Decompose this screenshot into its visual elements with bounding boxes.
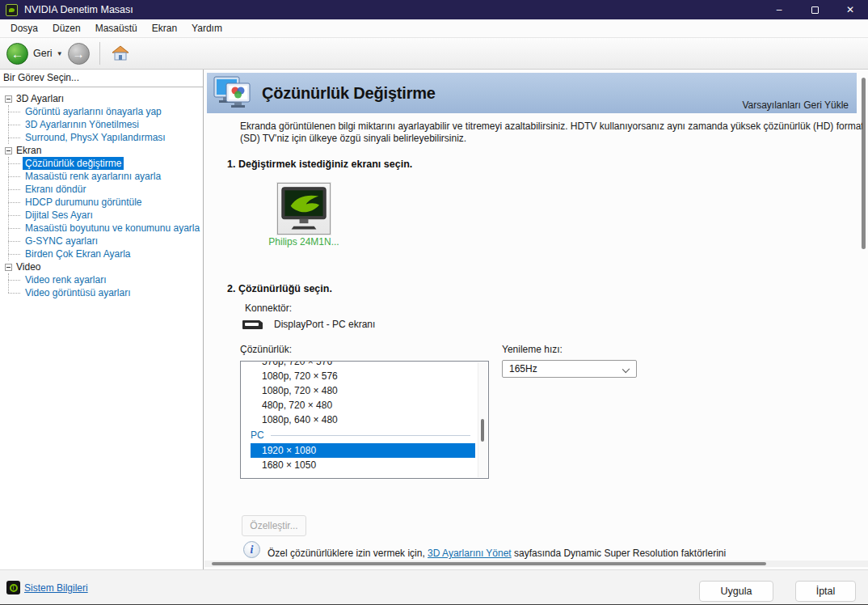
tree-item-label: Surround, PhysX Yapılandırması	[23, 131, 168, 144]
resolution-list-scrollbar[interactable]	[478, 362, 487, 477]
tree-children: Görüntü ayarlarını önayarla yap3D Ayarla…	[0, 105, 203, 144]
menu-item-d-zen[interactable]: Düzen	[45, 21, 88, 36]
description-line1: Ekranda görüntülenen bilgi miktarını aya…	[240, 121, 862, 133]
manage-3d-settings-link[interactable]: 3D Ayarlarını Yönet	[428, 548, 512, 559]
tree-item-birden-ok-ekran-ayarla[interactable]: Birden Çok Ekran Ayarla	[0, 248, 203, 260]
chevron-down-icon	[622, 366, 630, 373]
refresh-rate-dropdown[interactable]: 165Hz	[502, 360, 637, 378]
title-bar: NVIDIA Denetim Masası – ✕	[0, 0, 868, 19]
resolution-listbox[interactable]: 576p, 720 × 5761080p, 720 × 5761080p, 72…	[240, 361, 489, 479]
description-line2: (SD) TV'niz için ülkeye özgü sinyali bel…	[240, 133, 862, 145]
cancel-button[interactable]: İptal	[795, 581, 856, 602]
info-icon: i	[243, 541, 260, 558]
minimize-button[interactable]: –	[761, 0, 797, 19]
horizontal-scrollbar-thumb[interactable]	[212, 562, 766, 565]
tree-item-3d-ayarlar-n-n-y-netilmesi[interactable]: 3D Ayarlarının Yönetilmesi	[0, 118, 203, 131]
tree-group-video[interactable]: Video	[0, 260, 40, 273]
tree-item-masa-st-renk-ayarlar-n-ayarla[interactable]: Masaüstü renk ayarlarını ayarla	[0, 170, 203, 183]
resolution-option-1920-1080[interactable]: 1920 × 1080	[251, 443, 475, 458]
tree-group-label: Video	[16, 261, 40, 273]
back-dropdown-caret-icon[interactable]: ▼	[57, 50, 63, 57]
forward-icon: →	[73, 48, 85, 60]
page-title: Çözünürlük Değiştirme	[262, 84, 436, 103]
home-button[interactable]	[108, 41, 133, 66]
tree-item-label: 3D Ayarlarının Yönetilmesi	[23, 118, 141, 131]
resolution-list-scrollbar-thumb[interactable]	[481, 419, 484, 442]
resolution-page-icon	[213, 76, 252, 110]
tree-children: Video renk ayarlarıVideo görüntüsü ayarl…	[0, 273, 203, 299]
resolution-option-1080p-720-576[interactable]: 1080p, 720 × 576	[251, 369, 475, 383]
info-text-prefix: Özel çözünürlüklere izin vermek için,	[268, 548, 428, 559]
tree-group-label: Ekran	[16, 145, 41, 156]
tree-group-ekran[interactable]: Ekran	[0, 144, 41, 157]
customize-button[interactable]: Özelleştir...	[242, 515, 306, 536]
tree-item-video-renk-ayarlar[interactable]: Video renk ayarları	[0, 273, 203, 286]
maximize-icon	[811, 6, 819, 14]
toolbar: ← Geri ▼ →	[0, 37, 868, 70]
tree-item-video-g-r-nt-s-ayarlar[interactable]: Video görüntüsü ayarları	[0, 286, 203, 299]
tree-item-g-r-nt-ayarlar-n-nayarla-yap[interactable]: Görüntü ayarlarını önayarla yap	[0, 105, 203, 118]
refresh-rate-value: 165Hz	[509, 363, 537, 374]
display-tile[interactable]	[277, 183, 331, 235]
back-button-label: Geri	[33, 48, 53, 59]
forward-button[interactable]: →	[68, 43, 90, 65]
horizontal-scrollbar[interactable]	[204, 561, 868, 567]
tree-item-label: Birden Çok Ekran Ayarla	[23, 248, 133, 260]
tree-item-label: G-SYNC ayarları	[23, 235, 100, 248]
restore-defaults-button[interactable]: Varsayılanları Geri Yükle	[742, 99, 849, 111]
collapse-icon[interactable]	[5, 147, 12, 154]
nvidia-app-icon	[6, 4, 18, 16]
tree-group-label: 3D Ayarları	[16, 93, 64, 104]
bottom-bar: i Sistem Bilgileri Uygula İptal	[0, 569, 868, 605]
tree-item-label: Masaüstü boyutunu ve konumunu ayarla	[23, 222, 202, 235]
tree-item-ekran-d-nd-r[interactable]: Ekranı döndür	[0, 183, 203, 196]
tree-item-label: Video görüntüsü ayarları	[23, 286, 133, 299]
collapse-icon[interactable]	[5, 264, 12, 271]
resolution-option-1680-1050[interactable]: 1680 × 1050	[251, 458, 475, 472]
tree-item-label: Masaüstü renk ayarlarını ayarla	[23, 170, 163, 183]
tree-item-dijital-ses-ayar[interactable]: Dijital Ses Ayarı	[0, 209, 203, 222]
info-text-suffix: sayfasında Dynamic Super Resolution fakt…	[512, 548, 726, 559]
resolution-option-576p-720-576[interactable]: 576p, 720 × 576	[251, 361, 475, 369]
task-sidebar: Bir Görev Seçin... 3D AyarlarıGörüntü ay…	[0, 70, 204, 569]
resolution-list-items: 576p, 720 × 5761080p, 720 × 5761080p, 72…	[241, 361, 475, 472]
tree-item-hdcp-durumunu-g-r-nt-le[interactable]: HDCP durumunu görüntüle	[0, 196, 203, 209]
resolution-group-label: PC	[251, 429, 264, 441]
vertical-scrollbar-thumb[interactable]	[862, 78, 866, 249]
vertical-scrollbar[interactable]	[861, 74, 866, 565]
tree-item-label: Dijital Ses Ayarı	[23, 209, 95, 222]
page-banner: Çözünürlük Değiştirme Varsayılanları Ger…	[207, 73, 857, 113]
window-title: NVIDIA Denetim Masası	[24, 4, 761, 15]
close-button[interactable]: ✕	[832, 0, 868, 19]
system-info[interactable]: i Sistem Bilgileri	[6, 581, 88, 594]
task-tree: 3D AyarlarıGörüntü ayarlarını önayarla y…	[0, 87, 203, 299]
resolution-option-1080p-640-480[interactable]: 1080p, 640 × 480	[251, 412, 475, 427]
back-button[interactable]: ←	[6, 43, 28, 65]
resolution-label: Çözünürlük:	[240, 344, 292, 355]
display-monitor-icon	[280, 186, 327, 231]
collapse-icon[interactable]	[5, 95, 12, 103]
tree-item-label: HDCP durumunu görüntüle	[23, 196, 145, 209]
resolution-option-1080p-720-480[interactable]: 1080p, 720 × 480	[251, 383, 475, 398]
tree-item-z-n-rl-k-de-i-tirme[interactable]: Çözünürlük değiştirme	[0, 157, 203, 170]
step2-heading: 2. Çözünürlüğü seçin.	[227, 283, 332, 294]
menu-item-masa-st[interactable]: Masaüstü	[88, 21, 145, 36]
minimize-icon: –	[777, 4, 782, 15]
tree-item-label: Görüntü ayarlarını önayarla yap	[23, 105, 164, 118]
menu-item-ekran[interactable]: Ekran	[145, 21, 184, 36]
home-icon	[112, 45, 129, 61]
system-info-icon: i	[6, 581, 20, 594]
resolution-option-480p-720-480[interactable]: 480p, 720 × 480	[251, 398, 475, 412]
toolbar-separator	[99, 42, 100, 65]
apply-button[interactable]: Uygula	[699, 581, 773, 602]
menu-item-yard-m[interactable]: Yardım	[184, 21, 230, 36]
maximize-button[interactable]	[797, 0, 832, 19]
tree-children: Çözünürlük değiştirmeMasaüstü renk ayarl…	[0, 157, 203, 260]
menu-item-dosya[interactable]: Dosya	[3, 21, 45, 36]
system-info-link[interactable]: Sistem Bilgileri	[24, 582, 88, 594]
tree-item-g-sync-ayarlar[interactable]: G-SYNC ayarları	[0, 235, 203, 248]
back-icon: ←	[11, 48, 23, 60]
tree-group-3d-ayarlar[interactable]: 3D Ayarları	[0, 92, 64, 105]
tree-item-surround-physx-yap-land-rmas[interactable]: Surround, PhysX Yapılandırması	[0, 131, 203, 144]
tree-item-masa-st-boyutunu-ve-konumunu-ayarla[interactable]: Masaüstü boyutunu ve konumunu ayarla	[0, 222, 203, 235]
